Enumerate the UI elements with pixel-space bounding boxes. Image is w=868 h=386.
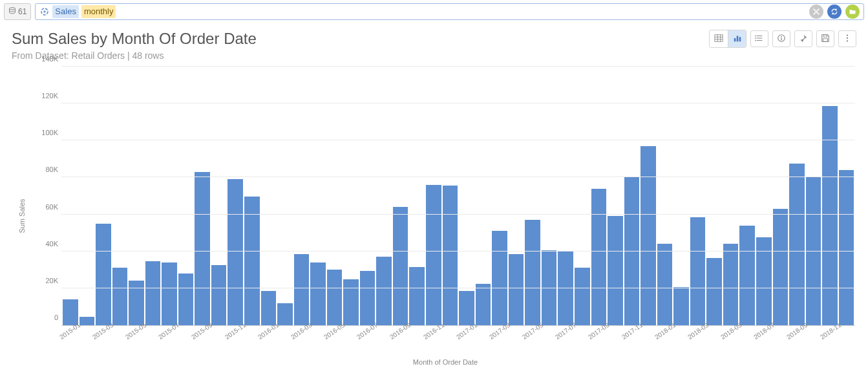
bar[interactable]: [112, 268, 128, 325]
view-toggle: [709, 30, 746, 48]
bar[interactable]: [525, 220, 540, 325]
x-ticks: 2015-012015-032015-052015-072015-092015-…: [61, 328, 855, 354]
y-tick-label: 20K: [36, 277, 58, 284]
bar[interactable]: [657, 244, 673, 325]
bar[interactable]: [63, 299, 78, 325]
table-view-button[interactable]: [710, 30, 728, 47]
y-axis-label: Sum Sales: [18, 198, 26, 233]
list-icon: [755, 34, 764, 45]
bar[interactable]: [162, 263, 177, 325]
more-icon: [843, 34, 852, 45]
bar[interactable]: [608, 216, 623, 325]
bar[interactable]: [673, 287, 689, 325]
bar[interactable]: [624, 177, 640, 325]
bar[interactable]: [145, 261, 161, 325]
chart-area: Sum Sales 020K40K60K80K100K120K140K 2015…: [36, 67, 855, 365]
svg-point-11: [781, 36, 782, 37]
bar[interactable]: [822, 106, 838, 325]
bar[interactable]: [739, 226, 755, 325]
topbar: 61 Sales monthly: [0, 0, 868, 23]
y-tick-label: 100K: [36, 129, 58, 136]
bar[interactable]: [806, 177, 821, 325]
bar-chart-icon: [733, 34, 742, 45]
chart-view-button[interactable]: [728, 30, 746, 47]
svg-point-7: [755, 35, 756, 36]
bar[interactable]: [773, 209, 789, 325]
bar[interactable]: [360, 271, 376, 325]
bar[interactable]: [640, 146, 656, 325]
pin-button[interactable]: [794, 30, 812, 47]
open-button[interactable]: [845, 5, 860, 19]
query-token-monthly[interactable]: monthly: [81, 5, 116, 18]
search-bar[interactable]: Sales monthly: [35, 3, 864, 20]
query-icon: [39, 6, 50, 17]
database-icon: [8, 7, 16, 17]
bar[interactable]: [393, 207, 408, 325]
bar[interactable]: [706, 258, 722, 325]
toolbar: [709, 30, 856, 48]
chart-plot[interactable]: 020K40K60K80K100K120K140K: [61, 67, 855, 326]
grid-line: [61, 177, 855, 177]
bar[interactable]: [343, 279, 359, 325]
bar[interactable]: [509, 254, 524, 325]
info-button[interactable]: [772, 30, 790, 47]
save-icon: [821, 34, 830, 45]
y-tick-label: 40K: [36, 240, 58, 248]
x-axis-label: Month of Order Date: [36, 358, 855, 365]
search-input[interactable]: [118, 5, 805, 18]
y-tick-label: 0: [36, 314, 58, 321]
bar[interactable]: [492, 231, 507, 325]
save-button[interactable]: [816, 30, 834, 47]
bar[interactable]: [96, 224, 111, 325]
info-icon: [777, 34, 786, 45]
y-tick-label: 120K: [36, 92, 58, 100]
clear-button[interactable]: [809, 5, 823, 19]
pin-icon: [799, 34, 808, 45]
bar[interactable]: [723, 244, 739, 325]
bar[interactable]: [244, 197, 260, 325]
bar[interactable]: [839, 170, 854, 325]
svg-point-15: [847, 34, 848, 36]
bar[interactable]: [459, 291, 474, 325]
bar[interactable]: [294, 254, 310, 325]
header-row: Sum Sales by Month Of Order Date From Da…: [0, 23, 868, 61]
bar[interactable]: [310, 263, 326, 325]
svg-point-8: [755, 38, 756, 39]
bar[interactable]: [409, 267, 425, 325]
svg-rect-12: [781, 38, 781, 40]
bar[interactable]: [277, 303, 293, 325]
grid-line: [61, 251, 855, 252]
bar[interactable]: [228, 179, 243, 325]
bar[interactable]: [426, 185, 441, 325]
bar[interactable]: [476, 284, 491, 325]
list-options-button[interactable]: [750, 30, 768, 47]
bar[interactable]: [789, 164, 805, 325]
svg-rect-4: [734, 38, 736, 41]
bar[interactable]: [79, 317, 95, 325]
bar[interactable]: [195, 172, 210, 325]
grid-line: [61, 288, 855, 288]
dataset-count: 61: [18, 7, 26, 16]
bar[interactable]: [261, 291, 277, 325]
page-title: Sum Sales by Month Of Order Date: [12, 30, 257, 48]
svg-point-2: [44, 10, 46, 12]
bar[interactable]: [575, 268, 590, 325]
bars-container: [61, 67, 855, 325]
bar[interactable]: [690, 217, 706, 325]
query-token-sales[interactable]: Sales: [52, 5, 79, 18]
grid-line: [61, 103, 855, 103]
grid-line: [61, 66, 855, 67]
dataset-count-badge[interactable]: 61: [4, 3, 31, 20]
bar[interactable]: [376, 257, 392, 325]
bar[interactable]: [178, 273, 194, 325]
bar[interactable]: [443, 186, 458, 325]
bar[interactable]: [211, 265, 227, 325]
refresh-button[interactable]: [827, 5, 842, 19]
bar[interactable]: [558, 252, 573, 325]
bar[interactable]: [327, 270, 343, 325]
grid-line: [61, 214, 855, 215]
svg-point-9: [755, 39, 756, 41]
more-button[interactable]: [838, 30, 856, 47]
bar[interactable]: [591, 189, 607, 325]
svg-rect-5: [736, 36, 738, 41]
